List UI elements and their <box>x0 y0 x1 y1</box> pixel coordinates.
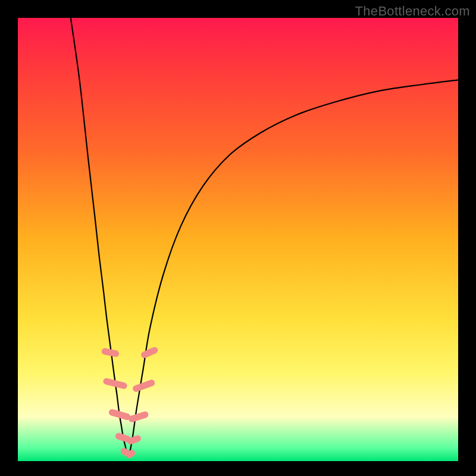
bead-group <box>101 346 159 459</box>
right-curve <box>129 80 458 456</box>
bead <box>128 411 149 423</box>
watermark-text: TheBottleneck.com <box>355 4 470 19</box>
chart-frame: TheBottleneck.com <box>0 0 476 476</box>
bead <box>132 379 156 393</box>
chart-svg <box>18 18 458 461</box>
plot-area <box>18 18 458 461</box>
left-curve <box>71 18 127 457</box>
bead <box>140 346 159 359</box>
bead <box>126 434 142 445</box>
